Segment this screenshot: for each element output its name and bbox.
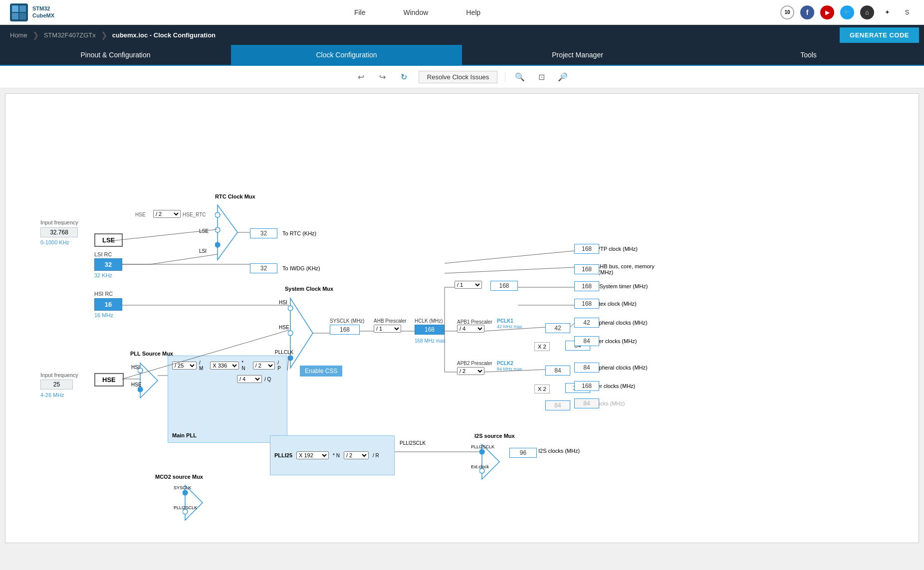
pll-p-select[interactable]: / 2 [253, 362, 275, 370]
svg-point-12 [288, 356, 293, 361]
sysclk-mhz-label: SYSCLK (MHz) [330, 318, 364, 324]
header-icons: 10 f ▶ 🐦 ⌂ ✦ S [780, 5, 914, 19]
nav-file[interactable]: File [350, 6, 370, 18]
hse-rtc-label: HSE [135, 212, 146, 217]
svg-line-24 [150, 254, 217, 264]
zoom-fit-button[interactable]: ⊡ [534, 70, 548, 84]
apb2-timer-result-val: 168 [574, 381, 599, 391]
redo-button[interactable]: ↪ [376, 70, 390, 84]
result-row-hclk-ahb: 168 HCLK to AHB bus, core, memory and DM… [574, 263, 664, 275]
tab-tools[interactable]: Tools [693, 45, 924, 65]
svg-point-10 [288, 306, 293, 311]
result-row-48mhz: 84 48MHz clocks (MHz) [574, 400, 625, 406]
github-icon[interactable]: ⌂ [860, 5, 874, 19]
hsi-rc-label: HSI RC [94, 291, 113, 297]
twitter-icon[interactable]: 🐦 [840, 5, 854, 19]
zoom-in-button[interactable]: 🔍 [513, 70, 527, 84]
enable-css-button[interactable]: Enable CSS [300, 366, 342, 377]
pclk1-max: 42 MHz max [497, 324, 522, 329]
plli2s-n-select[interactable]: X 192 [296, 451, 329, 459]
share-icon[interactable]: ✦ [880, 5, 894, 19]
input-freq1-label: Input frequency [40, 219, 78, 225]
svg-point-20 [183, 490, 188, 495]
svg-point-6 [215, 212, 220, 217]
pll-m-select[interactable]: / 25 [172, 362, 197, 370]
hse-block: HSE [94, 373, 124, 386]
plli2s-r-select[interactable]: / 2 [344, 451, 369, 459]
stm-icon[interactable]: S [900, 5, 914, 19]
pll-source-mux-triangle [138, 361, 160, 400]
hclk-label: HCLK (MHz) [415, 318, 443, 324]
sysclk-value: 168 [330, 325, 360, 335]
breadcrumb-device[interactable]: STM32F407ZGTx [39, 31, 101, 39]
hsi-value: 16 [94, 298, 122, 311]
rtc-mux-triangle [215, 202, 240, 262]
pclk1-value: 42 [545, 323, 570, 333]
hse-rtc-text: HSE_RTC [183, 212, 206, 217]
svg-rect-2 [19, 5, 26, 12]
version-icon: 10 [780, 5, 794, 19]
generate-code-button[interactable]: GENERATE CODE [840, 27, 919, 43]
input-freq1-range: 0-1000 KHz [40, 239, 69, 245]
pll-n-select[interactable]: X 336 [210, 362, 239, 370]
48mhz-result-val: 84 [574, 398, 599, 408]
hclk-ahb-val: 168 [574, 264, 599, 274]
youtube-icon[interactable]: ▶ [820, 5, 834, 19]
apb2-prescaler-label: APB2 Prescaler [457, 361, 492, 366]
i2s-result-label: I2S clocks (MHz) [538, 448, 580, 454]
hclk-max: 168 MHz max [415, 338, 446, 344]
svg-marker-9 [290, 298, 313, 368]
plli2sclk-label: PLLI2SCLK [400, 440, 426, 446]
svg-point-8 [215, 242, 220, 247]
rtc-mux-label: RTC Clock Mux [215, 193, 255, 199]
mco2-mux-label: MCO2 source Mux [155, 474, 203, 480]
plli2s-n-label: * N [333, 453, 340, 458]
resolve-clock-button[interactable]: Resolve Clock Issues [419, 71, 497, 83]
clock-config-canvas: Input frequency 32.768 0-1000 KHz LSE LS… [5, 93, 919, 543]
apb1-timer-x2: X 2 [534, 342, 550, 351]
refresh-button[interactable]: ↻ [397, 70, 411, 84]
tab-clock[interactable]: Clock Configuration [231, 45, 462, 65]
fclk-val: 168 [574, 299, 599, 309]
svg-rect-3 [12, 13, 18, 19]
hse-sysclk-label: HSE [279, 325, 289, 330]
main-tabs: Pinout & Configuration Clock Configurati… [0, 45, 924, 66]
nav-window[interactable]: Window [399, 6, 432, 18]
input-freq2-value[interactable]: 25 [40, 380, 73, 389]
pll-q-label: / Q [264, 377, 271, 382]
result-row-apb2-timer: 168 APB2 timer clocks (MHz) [574, 383, 635, 389]
pll-q-select[interactable]: / 4 [237, 375, 262, 383]
svg-line-46 [570, 323, 574, 327]
input-freq1-value[interactable]: 32.768 [40, 227, 78, 237]
mco2-plli2sclk-label: PLLI2SCLK [174, 505, 197, 510]
mco2-sysclk-label: SYSCLK [174, 485, 192, 490]
app-logo: STM32 CubeMX [10, 3, 54, 21]
result-row-i2s: I2S clocks (MHz) [538, 448, 580, 454]
tab-pinout[interactable]: Pinout & Configuration [0, 45, 231, 65]
apb2-prescaler-select[interactable]: / 2 [457, 367, 484, 375]
tab-project[interactable]: Project Manager [462, 45, 693, 65]
undo-button[interactable]: ↩ [354, 70, 368, 84]
breadcrumb-sep-1: ❯ [32, 30, 39, 40]
svg-point-17 [479, 449, 484, 454]
pllclk-sysclk-label: PLLCLK [275, 350, 293, 355]
result-row-cortex: 168 To Cortex System timer (MHz) [574, 283, 648, 289]
apb2-timer-x2: X 2 [534, 384, 550, 393]
ahb-prescaler-select[interactable]: / 1 [374, 325, 401, 333]
result-row-ethernet: 168 Ethernet PTP clock (MHz) [574, 246, 638, 252]
facebook-icon[interactable]: f [800, 5, 814, 19]
cortex-timer-val: 168 [490, 281, 518, 291]
cortex-timer-select[interactable]: / 1 [455, 281, 482, 289]
nav-help[interactable]: Help [462, 6, 484, 18]
pll-p-label: / P [277, 360, 283, 371]
apb1-prescaler-select[interactable]: / 4 [457, 325, 484, 333]
hsi-mhz: 16 MHz [94, 312, 113, 318]
iwdg-out-label: To IWDG (KHz) [282, 265, 320, 271]
zoom-out-button[interactable]: 🔎 [556, 70, 570, 84]
pclk1-label: PCLK1 [497, 318, 513, 324]
breadcrumb-home[interactable]: Home [5, 31, 32, 39]
nav-menu: File Window Help [54, 6, 780, 18]
hse-div-select[interactable]: / 2 [153, 210, 181, 218]
apb1-periph-val: 42 [574, 318, 599, 328]
lse-block: LSE [94, 233, 123, 247]
